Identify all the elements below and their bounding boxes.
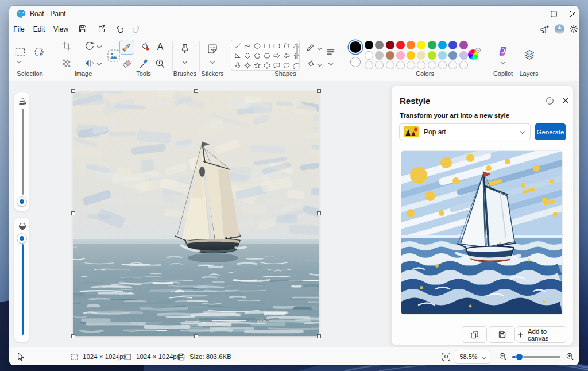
generate-button[interactable]: Generate: [535, 123, 566, 140]
rotate-button[interactable]: [84, 41, 95, 51]
palette-color[interactable]: [386, 61, 394, 69]
palette-color[interactable]: [459, 61, 468, 69]
feedback-button[interactable]: [540, 25, 549, 34]
zoom-in-button[interactable]: [566, 352, 575, 361]
layers-button[interactable]: [524, 49, 535, 60]
palette-color[interactable]: [365, 61, 373, 69]
flip-dropdown-chevron[interactable]: [97, 61, 101, 65]
shape-outline-chevron[interactable]: [318, 46, 322, 50]
ai-select-tool[interactable]: [33, 47, 45, 58]
shape-right-arrow-icon[interactable]: [273, 52, 281, 60]
opacity-slider-thumb[interactable]: [17, 234, 26, 243]
shape-options-chevron[interactable]: [328, 61, 332, 65]
copilot-button[interactable]: [497, 45, 509, 57]
palette-color[interactable]: [459, 51, 468, 60]
save-button[interactable]: [78, 24, 87, 33]
shape-diamond-icon[interactable]: [243, 52, 252, 60]
zoom-out-button[interactable]: [498, 352, 508, 361]
palette-color[interactable]: [448, 51, 457, 60]
shape-curve-icon[interactable]: [243, 42, 252, 50]
close-button[interactable]: [561, 6, 579, 22]
pencil-tool-selected[interactable]: [119, 40, 134, 55]
rotate-dropdown-chevron[interactable]: [97, 44, 101, 48]
palette-color[interactable]: [438, 41, 447, 49]
palette-color[interactable]: [375, 51, 384, 60]
shape-outline-button[interactable]: [305, 42, 315, 52]
menu-file[interactable]: File: [10, 24, 28, 34]
selection-handle-top-right[interactable]: [317, 89, 321, 93]
opacity-slider-track[interactable]: [22, 244, 24, 335]
selection-handle-middle-right[interactable]: [317, 211, 321, 215]
restyle-info-button[interactable]: [542, 93, 557, 108]
palette-color[interactable]: [396, 41, 405, 49]
eraser-tool[interactable]: [121, 58, 133, 69]
foreground-color-swatch[interactable]: [350, 41, 361, 53]
color-picker-tool[interactable]: [138, 58, 150, 69]
shape-rounded-rectangle-icon[interactable]: [273, 42, 281, 50]
palette-color[interactable]: [438, 51, 447, 60]
brushes-button[interactable]: [179, 43, 191, 55]
palette-color[interactable]: [375, 61, 384, 69]
palette-color[interactable]: [438, 61, 447, 69]
shape-rectangle-icon[interactable]: [263, 42, 271, 50]
restyle-close-button[interactable]: [558, 93, 573, 108]
settings-button[interactable]: [569, 24, 578, 33]
zoom-slider-track[interactable]: [512, 356, 560, 358]
shape-rounded-callout-icon[interactable]: [273, 61, 281, 69]
shape-right-triangle-icon[interactable]: [234, 52, 242, 60]
flip-button[interactable]: [84, 58, 95, 68]
palette-color[interactable]: [396, 51, 405, 60]
resize-button[interactable]: [61, 58, 72, 68]
copilot-dropdown-chevron[interactable]: [501, 60, 505, 64]
fill-tool[interactable]: [138, 41, 150, 52]
selection-dropdown-chevron[interactable]: [17, 59, 21, 63]
shape-six-point-star-icon[interactable]: [263, 61, 271, 69]
remove-background-button[interactable]: [107, 49, 121, 63]
shape-five-point-star-icon[interactable]: [253, 61, 261, 69]
palette-color[interactable]: [459, 41, 468, 49]
background-color-swatch[interactable]: [350, 57, 361, 67]
selection-handle-bottom-right[interactable]: [317, 334, 321, 338]
selection-handle-top-left[interactable]: [71, 89, 75, 93]
palette-color[interactable]: [375, 41, 384, 49]
palette-color[interactable]: [417, 41, 425, 49]
zoom-slider-thumb[interactable]: [516, 354, 523, 360]
shapes-gallery-scrollbar[interactable]: [296, 43, 298, 59]
palette-color[interactable]: [428, 61, 436, 69]
selection-handle-top-middle[interactable]: [194, 89, 198, 93]
stickers-dropdown-chevron[interactable]: [210, 60, 214, 64]
palette-color[interactable]: [365, 41, 373, 49]
palette-color[interactable]: [428, 51, 436, 60]
thickness-slider-thumb[interactable]: [17, 197, 26, 206]
shape-cloud-callout-icon[interactable]: [292, 61, 300, 69]
selection-handle-bottom-left[interactable]: [71, 334, 75, 338]
palette-color[interactable]: [386, 41, 394, 49]
crop-button[interactable]: [61, 41, 72, 51]
palette-color[interactable]: [428, 41, 436, 49]
copy-result-button[interactable]: [462, 326, 487, 343]
shape-four-point-star-icon[interactable]: [243, 61, 252, 69]
palette-color[interactable]: [407, 51, 415, 60]
shape-hexagon-icon[interactable]: [263, 52, 271, 60]
zoom-level-dropdown[interactable]: 58.5%: [455, 350, 490, 364]
palette-color[interactable]: [407, 61, 415, 69]
palette-color[interactable]: [417, 61, 425, 69]
shape-pentagon-icon[interactable]: [253, 52, 261, 60]
account-avatar[interactable]: [555, 24, 564, 34]
stickers-button[interactable]: [207, 43, 218, 55]
redo-button[interactable]: [131, 24, 141, 33]
fit-to-window-button[interactable]: [441, 351, 451, 362]
shape-polygon-icon[interactable]: [283, 42, 291, 50]
thickness-slider-track[interactable]: [22, 109, 24, 195]
shape-left-arrow-icon[interactable]: [283, 52, 291, 60]
palette-color[interactable]: [417, 51, 425, 60]
palette-color[interactable]: [448, 61, 457, 69]
shape-oval-callout-icon[interactable]: [283, 61, 291, 69]
undo-button[interactable]: [115, 24, 125, 33]
palette-color[interactable]: [448, 41, 457, 49]
shape-line-icon[interactable]: [234, 42, 242, 50]
shape-oval-icon[interactable]: [253, 42, 261, 50]
menu-edit[interactable]: Edit: [30, 24, 48, 34]
selection-handle-bottom-middle[interactable]: [194, 334, 198, 338]
shape-fill-chevron[interactable]: [318, 63, 322, 67]
